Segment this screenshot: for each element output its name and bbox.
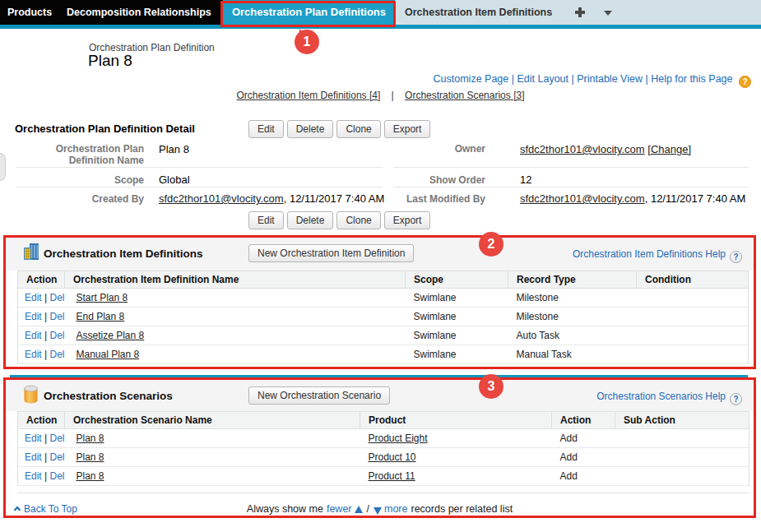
annotation-box-2: Orchestration Item Definitions New Orche… xyxy=(3,235,756,369)
more-link[interactable]: more xyxy=(384,503,407,515)
page-title: Plan 8 xyxy=(88,52,132,70)
cell-scope: Swimlane xyxy=(406,326,508,345)
add-tab-icon[interactable] xyxy=(575,7,585,17)
table-row: Edit | Del Start Plan 8 Swimlane Milesto… xyxy=(18,289,749,308)
new-scenario-button[interactable]: New Orchestration Scenario xyxy=(248,386,390,405)
cell-sub-action xyxy=(615,429,749,448)
field-label-scope: Scope xyxy=(16,174,144,186)
fewer-link[interactable]: fewer xyxy=(327,503,352,515)
annotation-box-3: Orchestration Scenarios New Orchestratio… xyxy=(3,377,756,518)
last-modified-by-link[interactable]: sfdc2thor101@vlocity.com xyxy=(520,192,645,205)
clone-button[interactable]: Clone xyxy=(336,120,380,138)
product-link[interactable]: Product 11 xyxy=(369,470,415,482)
edit-link[interactable]: Edit xyxy=(25,433,42,444)
record-link[interactable]: Plan 8 xyxy=(77,433,104,444)
record-link[interactable]: Assetize Plan 8 xyxy=(77,330,145,341)
col-action2: Action xyxy=(552,412,615,429)
edit-link[interactable]: Edit xyxy=(25,330,42,341)
item-definitions-help: Orchestration Item Definitions Help? xyxy=(573,248,742,263)
page: Products Decomposition Relationships Orc… xyxy=(0,0,761,532)
chevron-down-icon[interactable] xyxy=(604,11,612,20)
help-icon[interactable]: ? xyxy=(730,393,742,405)
cell-record-type: Milestone xyxy=(508,308,637,326)
field-value-created-by: sfdc2thor101@vlocity.com, 12/11/2017 7:4… xyxy=(159,192,384,205)
delete-button[interactable]: Delete xyxy=(287,120,334,138)
tab-products[interactable]: Products xyxy=(7,0,52,25)
product-link[interactable]: Product 10 xyxy=(369,451,416,463)
cell-scope: Swimlane xyxy=(406,345,508,364)
col-scope: Scope xyxy=(406,271,508,289)
sidebar-collapse-handle[interactable] xyxy=(0,153,6,181)
item-definitions-help-link[interactable]: Orchestration Item Definitions Help xyxy=(573,248,726,260)
row-divider xyxy=(16,187,383,187)
help-icon[interactable]: ? xyxy=(730,251,742,263)
triangle-up-icon[interactable] xyxy=(355,506,363,513)
export-button[interactable]: Export xyxy=(384,120,431,138)
cell-condition xyxy=(637,308,749,326)
edit-button[interactable]: Edit xyxy=(248,211,284,229)
separator: / xyxy=(367,503,369,515)
shortcut-item-definitions[interactable]: Orchestration Item Definitions [4] xyxy=(237,90,381,101)
export-button[interactable]: Export xyxy=(384,211,431,229)
tab-orchestration-item-definitions[interactable]: Orchestration Item Definitions xyxy=(405,0,552,25)
printable-view-link[interactable]: Printable View xyxy=(577,73,643,85)
edit-link[interactable]: Edit xyxy=(25,349,42,360)
new-item-definition-button[interactable]: New Orchestration Item Definition xyxy=(248,244,414,262)
product-link[interactable]: Product Eight xyxy=(369,433,428,444)
edit-link[interactable]: Edit xyxy=(25,311,42,322)
del-link[interactable]: Del xyxy=(49,330,64,341)
scenarios-help: Orchestration Scenarios Help? xyxy=(596,391,742,405)
row-divider xyxy=(393,167,749,168)
record-link[interactable]: Manual Plan 8 xyxy=(77,349,140,360)
cell-scope: Swimlane xyxy=(406,308,508,326)
help-icon[interactable]: ? xyxy=(739,76,751,88)
records-label: records per related list xyxy=(411,503,513,515)
cell-record-type: Manual Task xyxy=(508,345,637,364)
edit-layout-link[interactable]: Edit Layout xyxy=(517,73,568,85)
cell-sub-action xyxy=(615,467,749,486)
table-row: Edit | Del End Plan 8 Swimlane Milestone xyxy=(18,308,749,326)
cell-condition xyxy=(637,289,749,308)
field-value-owner: sfdc2thor101@vlocity.com [Change] xyxy=(520,143,691,155)
shortcut-scenarios[interactable]: Orchestration Scenarios [3] xyxy=(405,90,524,101)
edit-link[interactable]: Edit xyxy=(25,292,42,303)
row-divider xyxy=(393,187,749,187)
owner-link[interactable]: sfdc2thor101@vlocity.com xyxy=(520,143,645,155)
scenarios-table: Action Orchestration Scenario Name Produ… xyxy=(17,411,749,486)
del-link[interactable]: Del xyxy=(49,433,64,444)
customize-page-link[interactable]: Customize Page xyxy=(434,73,509,85)
delete-button[interactable]: Delete xyxy=(287,211,334,229)
list-bottom-divider xyxy=(17,493,749,493)
record-link[interactable]: Plan 8 xyxy=(77,470,104,482)
edit-button[interactable]: Edit xyxy=(248,120,284,138)
del-link[interactable]: Del xyxy=(49,292,64,303)
cell-condition xyxy=(637,345,749,364)
triangle-down-icon[interactable] xyxy=(374,507,382,515)
edit-link[interactable]: Edit xyxy=(25,470,42,482)
record-link[interactable]: Plan 8 xyxy=(77,451,104,463)
table-row: Edit | Del Manual Plan 8 Swimlane Manual… xyxy=(18,345,749,364)
help-for-this-page-link[interactable]: Help for this Page xyxy=(651,73,732,85)
created-by-link[interactable]: sfdc2thor101@vlocity.com xyxy=(159,192,284,205)
record-link[interactable]: Start Plan 8 xyxy=(77,292,128,303)
scenarios-help-link[interactable]: Orchestration Scenarios Help xyxy=(596,391,726,402)
scenarios-title: Orchestration Scenarios xyxy=(44,390,173,402)
del-link[interactable]: Del xyxy=(49,470,64,482)
edit-link[interactable]: Edit xyxy=(25,451,42,463)
table-row: Edit | Del Plan 8 Product Eight Add xyxy=(18,429,749,448)
table-header-row: Action Orchestration Item Definition Nam… xyxy=(18,271,749,289)
cell-record-type: Auto Task xyxy=(508,326,637,345)
clone-button[interactable]: Clone xyxy=(336,211,380,229)
change-owner-link[interactable]: [Change] xyxy=(647,143,691,155)
detail-section-title: Orchestration Plan Definition Detail xyxy=(15,123,195,135)
cell-scope: Swimlane xyxy=(406,289,508,308)
field-label-created-by: Created By xyxy=(16,193,144,205)
del-link[interactable]: Del xyxy=(49,451,64,463)
col-name: Orchestration Scenario Name xyxy=(65,412,360,429)
item-definitions-table: Action Orchestration Item Definition Nam… xyxy=(17,271,749,364)
record-link[interactable]: End Plan 8 xyxy=(77,311,125,322)
tab-decomposition-relationships[interactable]: Decomposition Relationships xyxy=(67,0,211,25)
cell-sub-action xyxy=(615,448,749,467)
del-link[interactable]: Del xyxy=(49,311,64,322)
del-link[interactable]: Del xyxy=(49,349,64,360)
